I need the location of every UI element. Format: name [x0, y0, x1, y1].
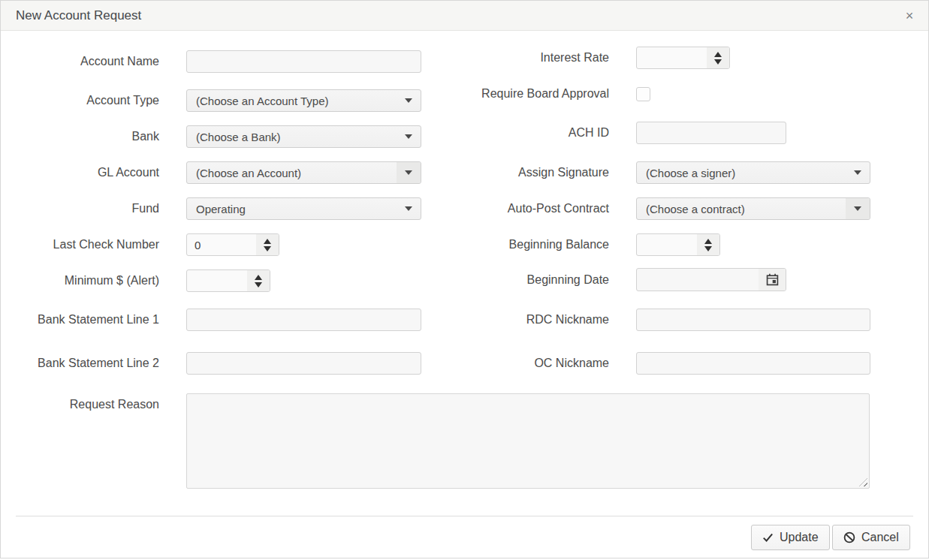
- spinner-down-icon[interactable]: [264, 246, 271, 251]
- spinner-down-icon[interactable]: [255, 282, 262, 288]
- account-type-label: Account Type: [16, 89, 159, 112]
- account-type-value: (Choose an Account Type): [187, 95, 397, 107]
- fund-dropdown[interactable]: Operating: [186, 197, 421, 220]
- request-reason-textarea[interactable]: [186, 393, 870, 489]
- minimum-alert-input[interactable]: [187, 270, 247, 291]
- chevron-down-icon: [397, 90, 421, 111]
- interest-rate-label: Interest Rate: [421, 47, 609, 69]
- cancel-icon: [843, 531, 855, 543]
- request-reason-label: Request Reason: [16, 393, 159, 416]
- interest-rate-input[interactable]: [637, 47, 707, 68]
- cancel-button-label: Cancel: [861, 531, 899, 544]
- beginning-balance-label: Beginning Balance: [421, 233, 609, 256]
- chevron-down-icon: [397, 126, 421, 147]
- interest-rate-stepper: [636, 47, 730, 69]
- bank-statement-line-2-label: Bank Statement Line 2: [16, 352, 159, 375]
- spinner-up-icon[interactable]: [255, 275, 262, 280]
- beginning-balance-input[interactable]: [637, 234, 697, 255]
- gl-account-value: (Choose an Account): [187, 167, 397, 179]
- new-account-request-dialog: New Account Request × Account Name Accou…: [0, 0, 929, 558]
- chevron-down-icon: [397, 198, 421, 219]
- auto-post-contract-label: Auto-Post Contract: [421, 197, 609, 220]
- account-name-input[interactable]: [186, 50, 421, 73]
- assign-signature-label: Assign Signature: [421, 161, 609, 184]
- bank-dropdown[interactable]: (Choose a Bank): [186, 125, 421, 148]
- ach-id-input[interactable]: [636, 122, 786, 144]
- bank-statement-line-1-label: Bank Statement Line 1: [16, 309, 159, 331]
- dialog-titlebar: New Account Request ×: [1, 1, 928, 31]
- bank-value: (Choose a Bank): [187, 131, 397, 143]
- gl-account-dropdown[interactable]: (Choose an Account): [186, 161, 421, 184]
- bank-label: Bank: [16, 125, 159, 148]
- last-check-number-input[interactable]: [187, 234, 256, 255]
- bank-statement-line-1-input[interactable]: [186, 309, 421, 331]
- beginning-date-input[interactable]: [637, 269, 759, 291]
- spinner-buttons[interactable]: [707, 47, 729, 68]
- bank-statement-line-2-input[interactable]: [186, 352, 421, 375]
- spinner-down-icon[interactable]: [704, 246, 712, 251]
- auto-post-contract-value: (Choose a contract): [637, 203, 846, 215]
- fund-label: Fund: [16, 197, 159, 220]
- footer-divider: [16, 516, 913, 516]
- oc-nickname-input[interactable]: [636, 352, 870, 375]
- spinner-buttons[interactable]: [247, 270, 270, 291]
- cancel-button[interactable]: Cancel: [832, 525, 910, 550]
- spinner-down-icon[interactable]: [714, 59, 722, 65]
- require-board-approval-label: Require Board Approval: [421, 83, 609, 105]
- account-type-dropdown[interactable]: (Choose an Account Type): [186, 89, 421, 112]
- close-icon[interactable]: ×: [901, 8, 918, 24]
- chevron-down-icon: [846, 198, 870, 219]
- assign-signature-value: (Choose a signer): [637, 167, 846, 179]
- calendar-icon[interactable]: [759, 269, 786, 291]
- auto-post-contract-dropdown[interactable]: (Choose a contract): [636, 197, 870, 220]
- spinner-buttons[interactable]: [256, 234, 279, 255]
- spinner-up-icon[interactable]: [264, 239, 271, 244]
- update-button[interactable]: Update: [751, 525, 830, 550]
- beginning-balance-stepper: [636, 233, 720, 256]
- dialog-title: New Account Request: [16, 8, 901, 23]
- checkmark-icon: [762, 532, 774, 543]
- update-button-label: Update: [780, 531, 819, 544]
- spinner-buttons[interactable]: [697, 234, 719, 255]
- spinner-up-icon[interactable]: [704, 239, 712, 244]
- oc-nickname-label: OC Nickname: [421, 352, 609, 375]
- fund-value: Operating: [187, 203, 397, 215]
- rdc-nickname-input[interactable]: [636, 309, 870, 331]
- beginning-date-picker: [636, 268, 786, 291]
- chevron-down-icon: [397, 162, 421, 183]
- gl-account-label: GL Account: [16, 161, 159, 184]
- spinner-up-icon[interactable]: [714, 52, 722, 57]
- chevron-down-icon: [846, 162, 870, 183]
- minimum-alert-stepper: [186, 269, 270, 292]
- beginning-date-label: Beginning Date: [421, 269, 609, 291]
- require-board-approval-checkbox[interactable]: [636, 87, 650, 101]
- last-check-number-label: Last Check Number: [16, 233, 159, 256]
- last-check-number-stepper: [186, 233, 279, 256]
- ach-id-label: ACH ID: [421, 122, 609, 144]
- minimum-alert-label: Minimum $ (Alert): [16, 269, 159, 292]
- account-name-label: Account Name: [16, 50, 159, 73]
- rdc-nickname-label: RDC Nickname: [421, 309, 609, 331]
- assign-signature-dropdown[interactable]: (Choose a signer): [636, 161, 870, 184]
